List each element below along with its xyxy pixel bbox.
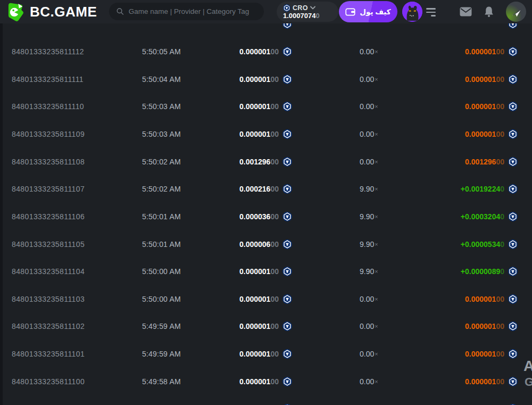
bet-row[interactable]: 84801333235811105 5:50:01 AM 0.00000600 … <box>0 230 532 258</box>
avatar[interactable] <box>402 2 422 22</box>
bet-multiplier: 0.00× <box>360 312 378 340</box>
avatar-monster-image <box>402 2 422 22</box>
cro-coin-icon <box>508 267 518 276</box>
search-input[interactable] <box>129 7 256 15</box>
bet-row[interactable]: 84801333235811102 5:49:59 AM 0.00000100 … <box>0 312 532 340</box>
bet-id: 84801333235811108 <box>12 148 85 176</box>
bet-row[interactable]: 84801333235811103 5:50:00 AM 0.00000100 … <box>0 285 532 313</box>
bet-amount: 0.00000100 <box>239 120 292 148</box>
bet-id: 84801333235811109 <box>12 120 85 148</box>
cro-coin-icon <box>508 184 518 194</box>
bet-row[interactable]: 84801333235811100 5:49:58 AM 0.00000100 … <box>0 368 532 395</box>
bet-multiplier: 0.00× <box>360 93 378 120</box>
bet-time: 5:50:03 AM <box>142 120 181 148</box>
bet-multiplier <box>360 23 360 38</box>
cro-coin-icon <box>508 47 518 56</box>
cro-coin-icon <box>282 47 292 56</box>
bet-multiplier: 9.90× <box>360 175 378 203</box>
search-icon <box>117 7 124 15</box>
bet-id: 84801333235811105 <box>12 230 85 258</box>
bet-row[interactable]: 84801333235811101 5:49:59 AM 0.00000100 … <box>0 340 532 368</box>
bell-icon[interactable] <box>484 6 494 18</box>
support-chat-button[interactable] <box>506 2 526 22</box>
bet-id: 84801333235811100 <box>12 368 85 395</box>
cro-coin-icon <box>282 102 292 111</box>
bet-multiplier <box>360 395 360 405</box>
bet-row[interactable]: 84801333235811109 5:50:03 AM 0.00000100 … <box>0 120 532 148</box>
bet-id: 84801333235811101 <box>12 340 85 368</box>
cro-coin-icon <box>508 157 518 167</box>
bet-amount: 0.00000100 <box>239 258 292 285</box>
bet-id: 84801333235811111 <box>12 65 84 93</box>
bet-profit: 0.00129600 <box>465 148 518 176</box>
cro-coin-icon <box>282 212 292 221</box>
cro-coin-icon <box>282 184 292 194</box>
wallet-button-label: کیف پول <box>360 7 390 16</box>
bet-amount: 0.00000600 <box>239 230 292 258</box>
bet-multiplier: 9.90× <box>360 230 378 258</box>
bet-time: 5:50:02 AM <box>142 148 181 176</box>
search-bar[interactable] <box>109 3 264 20</box>
cro-coin-icon <box>283 4 290 12</box>
bet-time: 5:49:58 AM <box>142 368 181 395</box>
bet-multiplier: 0.00× <box>360 285 378 313</box>
currency-selector[interactable]: CRO 1.00070740 <box>277 2 338 22</box>
bet-row[interactable]: 84801333235811111 5:50:04 AM 0.00000100 … <box>0 65 532 93</box>
bet-amount: 0.00000100 <box>239 312 292 340</box>
bet-id: 84801333235811104 <box>12 258 85 285</box>
bet-multiplier: 9.90× <box>360 258 378 285</box>
chevron-down-icon <box>310 6 315 10</box>
bet-row[interactable]: 84801333235811106 5:50:01 AM 0.00003600 … <box>0 203 532 230</box>
bet-amount: 0.00000100 <box>239 285 292 313</box>
bet-row[interactable]: 84801333235811108 5:50:02 AM 0.00129600 … <box>0 148 532 176</box>
bet-time: 5:50:03 AM <box>142 93 181 120</box>
cro-coin-icon <box>508 349 518 359</box>
bet-profit: 0.00000100 <box>465 285 518 313</box>
bet-row[interactable]: 84801333235811104 5:50:00 AM 0.00000100 … <box>0 258 532 285</box>
bet-profit: 0.00000100 <box>465 38 518 65</box>
bet-time: 5:49:59 AM <box>142 312 181 340</box>
cro-coin-icon <box>282 267 292 276</box>
menu-icon[interactable] <box>426 8 436 19</box>
bet-row[interactable] <box>0 23 532 38</box>
bet-row[interactable]: 84801333235811112 5:50:05 AM 0.00000100 … <box>0 38 532 65</box>
bet-amount: 0.00000100 <box>239 93 292 120</box>
bet-row[interactable] <box>0 395 532 405</box>
bcgame-logo-icon[interactable] <box>6 2 26 22</box>
wallet-button[interactable]: کیف پول <box>339 1 397 22</box>
bets-table: A G 84801333235811112 5:50:05 AM 0.00000… <box>0 23 532 405</box>
bet-profit: 0.00000100 <box>465 368 518 395</box>
cro-coin-icon <box>282 129 292 139</box>
bet-profit: 0.00000100 <box>465 312 518 340</box>
cro-coin-icon <box>508 129 518 139</box>
bet-time: 5:49:59 AM <box>142 340 181 368</box>
bet-time: 5:50:04 AM <box>142 65 181 93</box>
bet-multiplier: 0.00× <box>360 38 378 65</box>
cro-coin-icon <box>282 349 292 359</box>
bet-multiplier: 0.00× <box>360 120 378 148</box>
bet-id: 84801333235811112 <box>12 38 84 65</box>
bet-multiplier: 0.00× <box>360 148 378 176</box>
cro-coin-icon <box>508 23 518 29</box>
wallet-icon <box>345 7 355 16</box>
cro-coin-icon <box>508 75 518 84</box>
bet-profit: +0.00032040 <box>461 203 518 230</box>
bet-profit: +0.00005340 <box>461 230 518 258</box>
bet-id: 84801333235811103 <box>12 285 85 313</box>
bet-id: 84801333235811102 <box>12 312 85 340</box>
bet-row[interactable]: 84801333235811107 5:50:02 AM 0.00021600 … <box>0 175 532 203</box>
bet-profit <box>504 23 518 38</box>
cro-coin-icon <box>508 212 518 221</box>
bet-profit <box>504 395 518 405</box>
bet-profit: +0.00192240 <box>461 175 518 203</box>
bet-time: 5:50:05 AM <box>142 38 181 65</box>
support-chat-icon <box>510 6 522 18</box>
cro-coin-icon <box>508 294 518 304</box>
bet-row[interactable]: 84801333235811110 5:50:03 AM 0.00000100 … <box>0 93 532 120</box>
bet-profit: 0.00000100 <box>465 120 518 148</box>
brand-title[interactable]: BC.GAME <box>30 0 97 23</box>
mail-icon[interactable] <box>460 7 472 16</box>
bet-time: 5:50:01 AM <box>142 230 181 258</box>
cro-coin-icon <box>282 75 292 84</box>
bet-time: 5:50:02 AM <box>142 175 181 203</box>
